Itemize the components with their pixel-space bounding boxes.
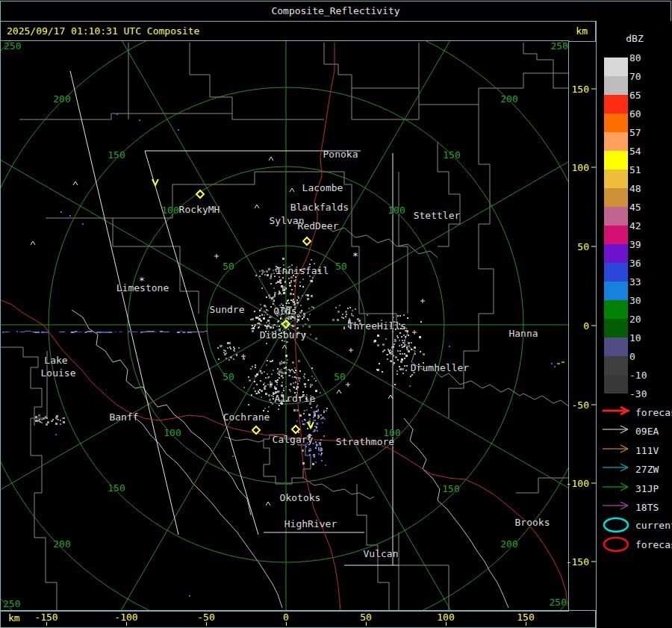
city-label: Drumheller: [411, 362, 469, 373]
bottom-axis: km -150-100-50050100150: [0, 610, 596, 628]
echo-pixel: [301, 311, 302, 313]
echo-pixel: [269, 317, 270, 318]
plus-marker-icon: [241, 354, 246, 358]
colorbar-boundary-label: 60: [629, 108, 641, 119]
echo-pixel: [308, 326, 311, 328]
echo-pixel: [294, 372, 296, 373]
interference-artifact: [2, 331, 208, 333]
echo-pixel: [277, 321, 279, 323]
echo-pixel: [345, 311, 347, 313]
echo-pixel: [332, 319, 335, 321]
colorbar-swatch: [604, 263, 628, 282]
echo-pixel: [396, 370, 398, 372]
echo-pixel: [256, 384, 258, 385]
echo-pixel: [283, 292, 285, 294]
echo-pixel: [255, 391, 256, 392]
echo-pixel: [249, 380, 251, 382]
city-label: RedDeer: [298, 220, 339, 231]
echo-pixel: [259, 389, 261, 391]
echo-pixel: [377, 335, 379, 337]
echo-pixel: [315, 461, 317, 463]
echo-pixel: [259, 270, 261, 272]
echo-pixel: [302, 318, 303, 320]
echo-pixel: [296, 388, 297, 390]
corner-distance-label: 250: [3, 598, 20, 609]
echo-pixel: [267, 310, 269, 311]
echo-pixel: [223, 352, 225, 353]
colorbar-boundary-label: 54: [629, 146, 641, 157]
bottom-axis-tick: [286, 622, 287, 626]
echo-pixel: [274, 276, 276, 277]
colorbar-swatch: [604, 114, 628, 132]
radar-map[interactable]: 5010015020050100150200501001502005010015…: [0, 40, 569, 612]
echo-pixel: [261, 314, 263, 316]
echo-pixel: [295, 319, 296, 320]
echo-pixel: [252, 330, 254, 332]
legend-row: 18TS: [601, 500, 632, 516]
echo-pixel: [258, 391, 259, 392]
map-canvas[interactable]: 5010015020050100150200501001502005010015…: [1, 41, 568, 611]
bottom-axis-tick: [446, 622, 447, 626]
artifact-segment: [77, 332, 82, 332]
echo-pixel: [382, 343, 385, 346]
echo-pixel: [40, 421, 41, 423]
echo-pixel: [57, 419, 59, 420]
echo-pixel: [265, 377, 267, 379]
city-label: Sundre: [210, 304, 245, 315]
echo-pixel: [349, 307, 351, 308]
echo-pixel: [267, 274, 269, 276]
echo-pixel: [271, 297, 273, 299]
echo-pixel: [296, 302, 299, 304]
colorbar-boundary-label: -30: [629, 388, 647, 400]
echo-pixel: [367, 314, 368, 316]
echo-pixel: [351, 313, 352, 314]
echo-pixel: [316, 444, 317, 445]
echo-pixel: [399, 366, 400, 367]
colorbar-swatch: [604, 57, 628, 76]
echo-pixel: [280, 318, 281, 320]
echo-pixel: [395, 356, 397, 358]
right-axis: 150100500-50-100-150: [569, 41, 596, 610]
echo-pixel: [279, 282, 281, 283]
echo-pixel: [296, 321, 298, 323]
artifact-segment: [16, 331, 18, 332]
echo-pixel: [299, 315, 300, 317]
county-boundary-line: [31, 351, 57, 610]
echo-pixel: [393, 355, 394, 356]
echo-pixel: [264, 271, 265, 273]
echo-pixel: [267, 314, 268, 315]
echo-pixel: [307, 428, 308, 429]
echo-pixel: [255, 275, 257, 276]
bottom-axis-tick: [366, 622, 367, 626]
colorbar-swatch: [604, 188, 628, 207]
city-label: Cochrane: [223, 411, 270, 423]
echo-pixel: [35, 416, 37, 418]
echo-pixel: [314, 263, 315, 264]
artifact-segment: [163, 332, 169, 332]
echo-pixel: [311, 295, 313, 297]
echo-pixel: [290, 293, 292, 295]
echo-pixel: [260, 380, 261, 382]
echo-pixel: [290, 383, 292, 385]
artifact-segment: [4, 332, 9, 332]
echo-pixel: [318, 453, 320, 455]
echo-pixel: [315, 441, 317, 443]
echo-pixel: [387, 354, 388, 355]
echo-pixel: [290, 317, 292, 320]
colorbar-swatch: [604, 375, 628, 394]
colorbar-swatch: [604, 151, 628, 170]
artifact-segment: [177, 332, 180, 333]
corner-distance-label: 250: [4, 41, 21, 52]
bottom-axis-tick-label: -100: [114, 612, 137, 623]
echo-pixel: [304, 423, 305, 425]
echo-pixel: [283, 361, 285, 364]
echo-pixel: [286, 362, 287, 364]
artifact-segment: [34, 332, 40, 333]
echo-pixel: [60, 423, 61, 425]
echo-pixel: [322, 422, 323, 423]
echo-pixel: [279, 405, 280, 406]
echo-pixel: [305, 386, 306, 388]
echo-pixel: [317, 417, 319, 419]
echo-pixel: [255, 324, 256, 326]
echo-pixel: [341, 317, 343, 318]
